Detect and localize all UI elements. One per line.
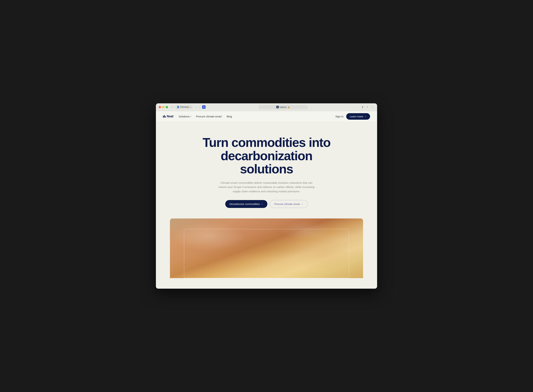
lock-icon: 🔒 [288,106,290,108]
hero-section: Turn commodities into decarbonization so… [156,122,377,289]
close-button[interactable] [159,106,161,108]
nav-actions: Sign in Learn more → [335,113,370,120]
logo-bar-3 [165,116,166,117]
hero-image-bg [170,219,363,278]
nav-solutions[interactable]: Solutions ▾ [179,115,191,118]
address-bar: N nset.io 🔒 [207,105,359,109]
chevron-down-icon: ⌄ [189,106,191,108]
mac-window: ⬚ 👤 Personal ⌄ ‹ › U N nset.io 🔒 ⬆ + [156,103,377,289]
solutions-chevron-icon: ▾ [190,116,191,117]
procure-button[interactable]: Procure climate-smart → [270,200,308,208]
tabs-icon[interactable]: ⬚ [370,105,374,109]
learn-more-button[interactable]: Learn more → [346,113,370,120]
nav-links: Solutions ▾ Procure climate-smart Blog [179,115,335,118]
site-favicon: N [276,106,279,108]
hero-title: Turn commodities into decarbonization so… [196,136,337,176]
profile-pill[interactable]: 👤 Personal ⌄ [175,105,193,109]
favicon-text: N [277,106,278,108]
url-text: nset.io [280,106,287,108]
new-tab-icon[interactable]: + [366,105,369,109]
logo-bar-1 [163,116,164,117]
title-bar: ⬚ 👤 Personal ⌄ ‹ › U N nset.io 🔒 ⬆ + [156,103,377,111]
inner-rect [184,229,349,278]
back-button[interactable]: ‹ [195,105,197,109]
sidebar-toggle-icon[interactable]: ⬚ [171,105,174,109]
minimize-button[interactable] [162,106,165,108]
person-icon: 👤 [177,106,179,108]
extension-logo: U [203,106,204,108]
traffic-lights [159,106,168,108]
hero-subtitle: Climate-smart commodities deliver measur… [217,181,316,194]
nav-procure[interactable]: Procure climate-smart [196,115,222,118]
hero-image [170,219,363,278]
maximize-button[interactable] [166,106,168,108]
solutions-label: Solutions [179,115,190,118]
sign-in-button[interactable]: Sign in [335,115,343,118]
profile-label: Personal [180,106,189,108]
forward-button[interactable]: › [198,105,200,109]
hero-buttons: Decarbonize commodities → Procure climat… [163,200,370,208]
share-icon[interactable]: ⬆ [361,105,364,109]
logo[interactable]: Nset [163,115,174,118]
site-nav: Nset Solutions ▾ Procure climate-smart B… [156,111,377,122]
blog-label: Blog [227,115,232,118]
logo-text: Nset [167,115,174,118]
title-bar-actions: ⬆ + ⬚ [361,105,374,109]
nav-arrows: ‹ › [195,105,200,109]
decarbonize-button[interactable]: Decarbonize commodities → [225,200,267,208]
procure-label: Procure climate-smart [196,115,222,118]
logo-bar-2 [164,115,165,117]
extension-icon[interactable]: U [202,105,206,109]
url-bar[interactable]: N nset.io 🔒 [259,105,308,109]
logo-icon [163,115,166,117]
nav-blog[interactable]: Blog [227,115,232,118]
